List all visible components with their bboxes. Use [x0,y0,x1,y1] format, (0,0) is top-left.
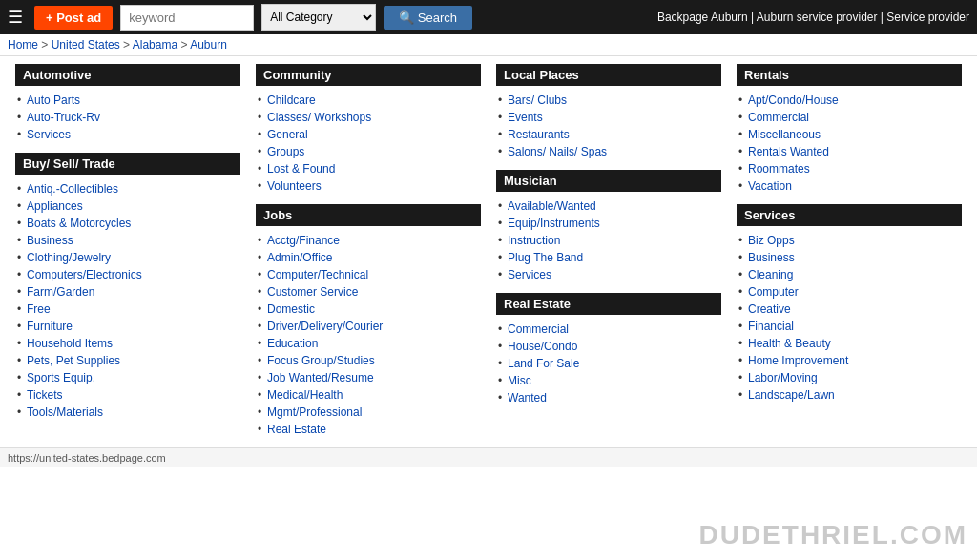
list-item-link[interactable]: Boats & Motorcycles [27,217,131,230]
list-item-link[interactable]: Auto Parts [27,93,80,107]
list-item-link[interactable]: Tickets [27,388,63,402]
list-item-link[interactable]: Wanted [508,391,547,404]
list-item-link[interactable]: Miscellaneous [748,128,821,141]
list-item-link[interactable]: House/Condo [508,340,577,353]
list-item: Miscellaneous [737,126,962,143]
list-item-link[interactable]: Apt/Condo/House [748,93,839,107]
list-item-link[interactable]: Education [267,337,318,350]
list-item-link[interactable]: Childcare [267,93,316,107]
column-3: RentalsApt/Condo/HouseCommercialMiscella… [729,64,969,440]
list-item: Medical/Health [256,386,481,404]
list-item-link[interactable]: Sports Equip. [27,371,95,384]
list-item-link[interactable]: Household Items [27,337,113,350]
list-item-link[interactable]: Restaurants [508,128,570,141]
list-item-link[interactable]: Health & Beauty [748,337,831,350]
keyword-input[interactable] [120,5,254,31]
list-item-link[interactable]: Events [508,111,543,124]
breadcrumb: Home > United States > Alabama > Auburn [0,34,977,56]
breadcrumb-auburn[interactable]: Auburn [190,38,227,52]
breadcrumb-home[interactable]: Home [8,38,38,52]
list-item-link[interactable]: Lost & Found [267,162,335,176]
breadcrumb-alabama[interactable]: Alabama [133,38,177,52]
link-list-1-0: ChildcareClasses/ WorkshopsGeneralGroups… [256,90,481,197]
list-item-link[interactable]: Farm/Garden [27,285,94,299]
list-item: Equip/Instruments [496,215,721,232]
list-item-link[interactable]: Biz Opps [748,234,795,247]
list-item-link[interactable]: Free [27,302,51,316]
list-item: Computers/Electronics [15,266,240,283]
list-item-link[interactable]: Pets, Pet Supplies [27,354,120,367]
link-list-0-1: Antiq.-CollectiblesAppliancesBoats & Mot… [15,178,240,423]
list-item-link[interactable]: Mgmt/Professional [267,405,362,419]
list-item-link[interactable]: Roommates [748,162,810,176]
list-item-link[interactable]: Vacation [748,179,792,193]
list-item-link[interactable]: Instruction [508,234,560,247]
list-item-link[interactable]: Volunteers [267,179,322,193]
list-item-link[interactable]: Business [748,251,795,264]
list-item-link[interactable]: Classes/ Workshops [267,111,371,124]
list-item: Cleaning [737,266,962,283]
list-item: Appliances [15,197,240,215]
list-item-link[interactable]: Services [27,128,71,141]
list-item-link[interactable]: Business [27,234,73,247]
list-item-link[interactable]: Auto-Truck-Rv [27,111,100,124]
list-item: Auto-Truck-Rv [15,109,240,126]
list-item-link[interactable]: Commercial [508,322,569,336]
category-select[interactable]: All Category [261,4,376,31]
list-item-link[interactable]: Computer/Technical [267,268,368,281]
list-item-link[interactable]: Rentals Wanted [748,145,829,158]
list-item-link[interactable]: Customer Service [267,285,358,299]
list-item: Clothing/Jewelry [15,249,240,266]
list-item-link[interactable]: Antiq.-Collectibles [27,182,118,196]
list-item-link[interactable]: Services [508,268,551,281]
link-list-3-1: Biz OppsBusinessCleaningComputerCreative… [737,230,962,405]
list-item: Household Items [15,335,240,352]
list-item: Acctg/Finance [256,232,481,249]
list-item-link[interactable]: Job Wanted/Resume [267,371,374,384]
list-item-link[interactable]: Available/Wanted [508,199,596,213]
list-item-link[interactable]: Creative [748,302,791,316]
section-header-1-1: Jobs [256,204,481,226]
list-item: Bars/ Clubs [496,92,721,109]
list-item-link[interactable]: Salons/ Nails/ Spas [508,145,607,158]
list-item-link[interactable]: Land For Sale [508,357,579,370]
list-item-link[interactable]: Groups [267,145,304,158]
list-item-link[interactable]: Real Estate [267,423,326,436]
list-item-link[interactable]: Driver/Delivery/Courier [267,320,383,333]
list-item: Pets, Pet Supplies [15,352,240,369]
list-item: Wanted [496,389,721,406]
list-item-link[interactable]: Tools/Materials [27,405,103,419]
list-item-link[interactable]: Home Improvement [748,354,848,367]
search-button[interactable]: 🔍 Search [384,6,472,30]
list-item-link[interactable]: Admin/Office [267,251,332,264]
list-item-link[interactable]: General [267,128,308,141]
list-item-link[interactable]: Appliances [27,199,83,213]
list-item-link[interactable]: Labor/Moving [748,371,818,384]
list-item-link[interactable]: Equip/Instruments [508,217,600,230]
list-item-link[interactable]: Bars/ Clubs [508,93,567,107]
list-item-link[interactable]: Commercial [748,111,809,124]
list-item: Apt/Condo/House [737,92,962,109]
list-item: Health & Beauty [737,335,962,352]
list-item: Furniture [15,318,240,335]
list-item-link[interactable]: Financial [748,320,794,333]
list-item: Customer Service [256,283,481,301]
list-item-link[interactable]: Computer [748,285,799,299]
list-item-link[interactable]: Clothing/Jewelry [27,251,111,264]
post-ad-button[interactable]: + Post ad [34,6,113,30]
link-list-3-0: Apt/Condo/HouseCommercialMiscellaneousRe… [737,90,962,197]
list-item-link[interactable]: Medical/Health [267,388,343,402]
list-item-link[interactable]: Focus Group/Studies [267,354,375,367]
list-item-link[interactable]: Plug The Band [508,251,583,264]
list-item-link[interactable]: Cleaning [748,268,793,281]
list-item-link[interactable]: Landscape/Lawn [748,388,835,402]
list-item-link[interactable]: Acctg/Finance [267,234,340,247]
breadcrumb-united-states[interactable]: United States [52,38,120,52]
list-item-link[interactable]: Furniture [27,320,73,333]
list-item-link[interactable]: Misc [508,374,531,387]
menu-icon[interactable]: ☰ [8,7,23,28]
list-item-link[interactable]: Computers/Electronics [27,268,142,281]
list-item-link[interactable]: Domestic [267,302,315,316]
list-item: Antiq.-Collectibles [15,180,240,197]
link-list-0-0: Auto PartsAuto-Truck-RvServices [15,90,240,145]
